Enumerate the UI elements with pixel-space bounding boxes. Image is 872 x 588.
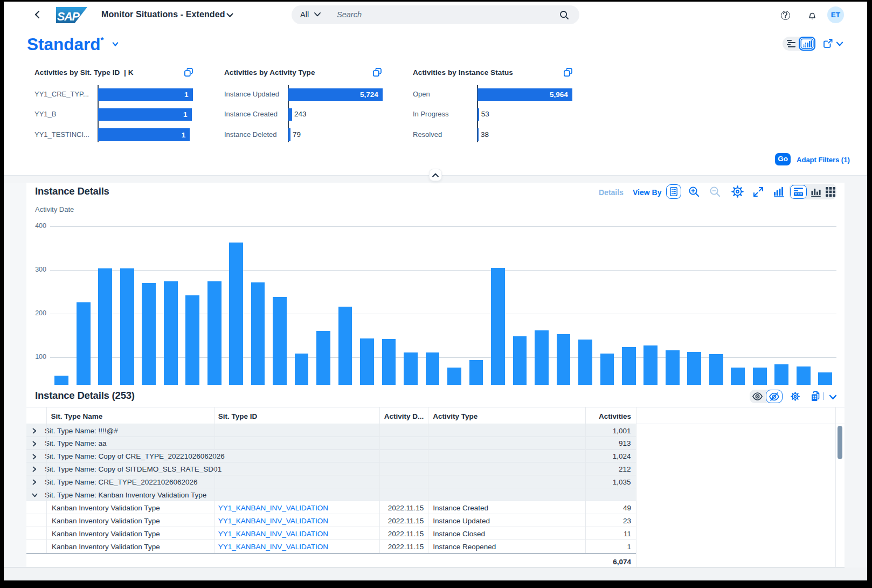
svg-text:SAP: SAP <box>57 10 80 23</box>
